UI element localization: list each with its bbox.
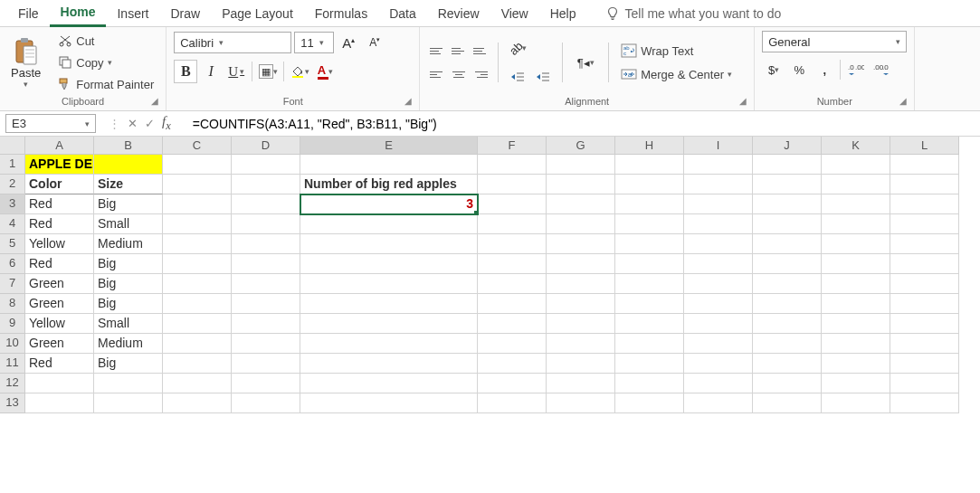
column-header[interactable]: A bbox=[25, 137, 94, 155]
cell-E10[interactable] bbox=[300, 334, 478, 354]
underline-button[interactable]: U▾ bbox=[224, 60, 248, 83]
cell-A6[interactable]: Red bbox=[25, 254, 94, 274]
increase-indent-button[interactable] bbox=[531, 65, 555, 89]
cell-D3[interactable] bbox=[232, 194, 300, 214]
cut-button[interactable]: Cut bbox=[53, 31, 158, 51]
cell-K7[interactable] bbox=[822, 274, 890, 294]
cell-F12[interactable] bbox=[478, 374, 547, 393]
cell-B2[interactable]: Size bbox=[94, 175, 163, 194]
formula-more-icon[interactable]: ⋮ bbox=[109, 117, 120, 130]
cell-F9[interactable] bbox=[478, 314, 547, 334]
cell-L1[interactable] bbox=[890, 155, 959, 175]
tab-insert[interactable]: Insert bbox=[106, 1, 159, 26]
cell-F11[interactable] bbox=[478, 354, 547, 374]
clipboard-launcher[interactable]: ◢ bbox=[151, 96, 162, 107]
increase-font-button[interactable]: A▴ bbox=[337, 31, 360, 54]
column-header[interactable]: B bbox=[94, 137, 163, 155]
percent-button[interactable]: % bbox=[787, 58, 811, 81]
cell-L9[interactable] bbox=[890, 314, 959, 334]
cell-B11[interactable]: Big bbox=[94, 354, 163, 374]
cell-H1[interactable] bbox=[615, 155, 684, 175]
cell-D10[interactable] bbox=[232, 334, 300, 354]
align-bottom-button[interactable] bbox=[471, 42, 490, 60]
cell-F1[interactable] bbox=[478, 155, 547, 175]
cell-D5[interactable] bbox=[232, 234, 300, 254]
column-header[interactable]: F bbox=[478, 137, 547, 155]
cell-E1[interactable] bbox=[300, 155, 478, 175]
tab-view[interactable]: View bbox=[490, 1, 539, 26]
cell-K1[interactable] bbox=[822, 155, 890, 175]
cell-J2[interactable] bbox=[753, 175, 822, 194]
font-color-button[interactable]: A▾ bbox=[313, 60, 337, 83]
decrease-indent-button[interactable] bbox=[506, 65, 529, 89]
cell-K3[interactable] bbox=[822, 194, 890, 214]
cancel-formula-button[interactable]: ✕ bbox=[128, 117, 138, 130]
cell-I6[interactable] bbox=[684, 254, 753, 274]
cell-H4[interactable] bbox=[615, 214, 684, 234]
fx-icon[interactable]: fx bbox=[162, 114, 171, 133]
cell-C10[interactable] bbox=[163, 334, 232, 354]
merge-center-button[interactable]: a Merge & Center ▾ bbox=[616, 64, 737, 84]
cell-C4[interactable] bbox=[163, 214, 232, 234]
row-header[interactable]: 6 bbox=[0, 254, 25, 274]
row-header[interactable]: 7 bbox=[0, 274, 25, 294]
cell-I13[interactable] bbox=[684, 393, 753, 413]
cell-E11[interactable] bbox=[300, 354, 478, 374]
cell-K6[interactable] bbox=[822, 254, 890, 274]
cell-D1[interactable] bbox=[232, 155, 300, 175]
cell-I11[interactable] bbox=[684, 354, 753, 374]
decrease-font-button[interactable]: A▾ bbox=[363, 31, 386, 54]
cell-L10[interactable] bbox=[890, 334, 959, 354]
cell-C13[interactable] bbox=[163, 393, 232, 413]
orientation-button[interactable]: ab▾ bbox=[506, 36, 529, 60]
cell-F5[interactable] bbox=[478, 234, 547, 254]
cell-B7[interactable]: Big bbox=[94, 274, 163, 294]
cell-L13[interactable] bbox=[890, 393, 959, 413]
row-header[interactable]: 3 bbox=[0, 194, 25, 214]
cell-J9[interactable] bbox=[753, 314, 822, 334]
alignment-launcher[interactable]: ◢ bbox=[739, 96, 750, 107]
borders-button[interactable]: ▦▾ bbox=[256, 60, 280, 83]
cell-J1[interactable] bbox=[753, 155, 822, 175]
cell-J8[interactable] bbox=[753, 294, 822, 314]
cell-I1[interactable] bbox=[684, 155, 753, 175]
cell-H7[interactable] bbox=[615, 274, 684, 294]
cell-K11[interactable] bbox=[822, 354, 890, 374]
cell-A9[interactable]: Yellow bbox=[25, 314, 94, 334]
cell-J5[interactable] bbox=[753, 234, 822, 254]
column-header[interactable]: D bbox=[232, 137, 300, 155]
cell-B12[interactable] bbox=[94, 374, 163, 393]
cell-D11[interactable] bbox=[232, 354, 300, 374]
cell-G6[interactable] bbox=[547, 254, 615, 274]
cell-C9[interactable] bbox=[163, 314, 232, 334]
cell-C12[interactable] bbox=[163, 374, 232, 393]
cell-C1[interactable] bbox=[163, 155, 232, 175]
number-format-combo[interactable]: General▾ bbox=[762, 31, 907, 52]
cell-A3[interactable]: Red bbox=[25, 194, 94, 214]
comma-button[interactable]: , bbox=[813, 58, 836, 81]
cell-K12[interactable] bbox=[822, 374, 890, 393]
cell-E12[interactable] bbox=[300, 374, 478, 393]
cell-E5[interactable] bbox=[300, 234, 478, 254]
row-header[interactable]: 4 bbox=[0, 214, 25, 234]
cell-K4[interactable] bbox=[822, 214, 890, 234]
column-header[interactable]: H bbox=[615, 137, 684, 155]
cell-I9[interactable] bbox=[684, 314, 753, 334]
font-name-combo[interactable]: Calibri▾ bbox=[174, 32, 291, 53]
cell-A8[interactable]: Green bbox=[25, 294, 94, 314]
enter-formula-button[interactable]: ✓ bbox=[145, 117, 155, 130]
cell-D7[interactable] bbox=[232, 274, 300, 294]
cell-D9[interactable] bbox=[232, 314, 300, 334]
cell-L5[interactable] bbox=[890, 234, 959, 254]
cell-H10[interactable] bbox=[615, 334, 684, 354]
cell-F3[interactable] bbox=[478, 194, 547, 214]
tab-file[interactable]: File bbox=[7, 1, 50, 26]
cell-K8[interactable] bbox=[822, 294, 890, 314]
cell-H8[interactable] bbox=[615, 294, 684, 314]
tab-review[interactable]: Review bbox=[427, 1, 490, 26]
cell-G13[interactable] bbox=[547, 393, 615, 413]
cell-C11[interactable] bbox=[163, 354, 232, 374]
align-center-button[interactable] bbox=[449, 65, 469, 83]
cell-H13[interactable] bbox=[615, 393, 684, 413]
cell-L7[interactable] bbox=[890, 274, 959, 294]
